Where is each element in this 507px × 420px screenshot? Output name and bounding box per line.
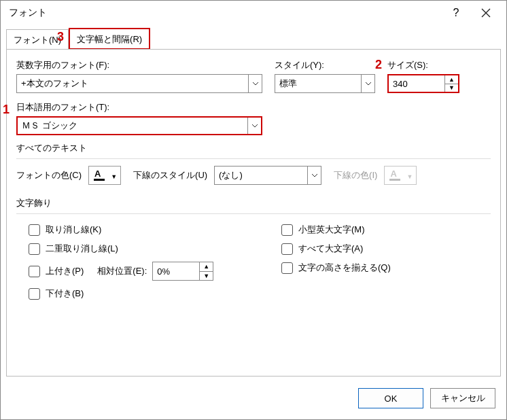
label-font-color: フォントの色(C) [16,169,82,181]
titlebar: フォント ? [1,1,506,25]
check-superscript[interactable]: 上付き(P) 相対位置(E): 0% ▲ ▼ [29,262,275,281]
label-asian-font: 日本語用のフォント(T): [16,101,491,113]
check-strikethrough[interactable]: 取り消し線(K) [29,224,275,236]
checkbox-icon [281,243,293,255]
spin-up-icon[interactable]: ▲ [445,75,458,84]
chevron-down-icon [247,118,261,134]
style-combo[interactable]: 標準 [275,74,375,93]
annotation-3: 3 [57,30,64,44]
help-button[interactable]: ? [441,3,471,23]
asian-font-combo[interactable]: ＭＳ ゴシック [16,116,262,135]
underline-color-icon: A [390,169,396,179]
tab-bar: フォント(N) 文字幅と間隔(R) [1,28,506,50]
check-subscript[interactable]: 下付き(B) [29,287,275,300]
label-latin-font: 英数字用のフォント(F): [16,59,262,71]
spin-up-icon[interactable]: ▲ [200,262,213,272]
tab-spacing[interactable]: 文字幅と間隔(R) [69,28,150,50]
checkbox-icon [281,262,293,274]
chevron-down-icon [307,167,321,184]
section-effects: 文字飾り [16,197,491,209]
color-swatch [94,179,105,181]
chevron-down-icon [361,75,374,92]
spin-down-icon[interactable]: ▼ [200,272,213,281]
label-underline-color: 下線の色(I) [334,169,377,181]
annotation-1: 1 [3,103,10,117]
label-underline-style: 下線のスタイル(U) [133,169,207,181]
dialog-footer: OK キャンセル [1,383,506,418]
check-allcaps[interactable]: すべて大文字(A) [281,243,391,255]
font-color-icon: A [94,169,101,179]
check-double-strikethrough[interactable]: 二重取り消し線(L) [29,243,275,255]
font-color-button[interactable]: A ▼ [88,166,121,185]
chevron-down-icon [248,75,262,92]
checkbox-icon [29,288,40,300]
spinner-buttons[interactable]: ▲ ▼ [199,262,213,280]
main-panel: 英数字用のフォント(F): +本文のフォント スタイル(Y): 標準 2 サイズ… [6,49,501,377]
checkbox-icon [29,243,40,255]
label-relative-pos: 相対位置(E): [97,265,147,277]
annotation-2: 2 [375,58,382,72]
ok-button[interactable]: OK [358,388,423,408]
check-equalize-height[interactable]: 文字の高さを揃える(Q) [281,262,391,274]
dialog-title: フォント [9,7,441,19]
spin-down-icon[interactable]: ▼ [445,84,458,92]
spinner-buttons[interactable]: ▲ ▼ [444,75,458,92]
color-swatch [389,179,400,181]
underline-color-button[interactable]: A ▼ [384,166,417,185]
checkbox-icon [281,224,293,236]
cancel-button[interactable]: キャンセル [430,388,495,408]
chevron-down-icon: ▼ [111,173,117,180]
chevron-down-icon: ▼ [406,173,413,180]
check-smallcaps[interactable]: 小型英大文字(M) [281,224,391,236]
close-button[interactable] [471,3,501,23]
label-style: スタイル(Y): [275,59,375,71]
size-spinner[interactable]: 340 ▲ ▼ [387,74,459,93]
section-all-text: すべてのテキスト [16,142,491,154]
checkbox-icon [29,266,40,277]
relative-pos-spinner[interactable]: 0% ▲ ▼ [152,262,213,281]
latin-font-combo[interactable]: +本文のフォント [16,74,262,93]
underline-style-combo[interactable]: (なし) [214,166,321,185]
checkbox-icon [29,224,40,236]
label-size: サイズ(S): [387,59,459,71]
